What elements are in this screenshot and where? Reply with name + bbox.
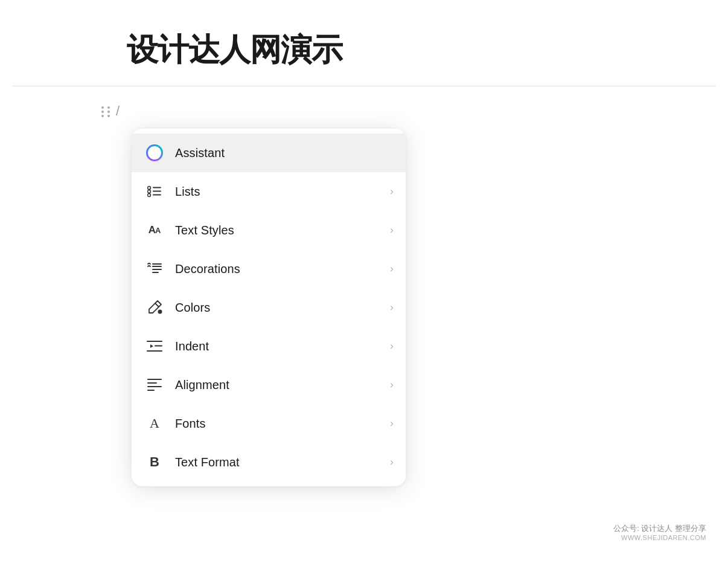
chevron-icon-alignment: › xyxy=(390,379,394,391)
menu-label-indent: Indent xyxy=(175,339,390,353)
menu-item-text-format[interactable]: B Text Format › xyxy=(132,443,406,481)
colors-icon xyxy=(144,300,165,315)
menu-label-alignment: Alignment xyxy=(175,378,390,392)
menu-label-text-format: Text Format xyxy=(175,455,390,469)
indent-icon xyxy=(144,340,165,352)
menu-item-indent[interactable]: Indent › xyxy=(132,327,406,365)
chevron-icon-indent: › xyxy=(390,340,394,352)
chevron-icon-lists: › xyxy=(390,185,394,198)
menu-label-lists: Lists xyxy=(175,185,390,199)
menu-label-text-styles: Text Styles xyxy=(175,224,390,237)
watermark: 公众号: 设计达人 整理分享 WWW.SHEJIDAREN.COM xyxy=(613,523,706,541)
chevron-icon-fonts: › xyxy=(390,417,394,429)
menu-item-assistant[interactable]: Assistant xyxy=(132,134,406,172)
decorations-icon xyxy=(144,262,165,275)
svg-rect-11 xyxy=(147,341,162,342)
menu-item-decorations[interactable]: Decorations › xyxy=(132,249,406,288)
svg-point-10 xyxy=(158,310,162,314)
svg-rect-3 xyxy=(153,191,161,192)
menu-item-colors[interactable]: Colors › xyxy=(132,288,406,327)
svg-rect-16 xyxy=(147,386,162,387)
svg-point-0 xyxy=(148,187,151,190)
text-styles-icon: AA xyxy=(144,224,165,236)
menu-container: Assistant Lists › AA Text Styles › xyxy=(132,129,406,486)
menu-label-assistant: Assistant xyxy=(175,146,394,160)
watermark-line1: 公众号: 设计达人 整理分享 xyxy=(613,523,706,534)
svg-rect-7 xyxy=(152,266,162,267)
menu-label-colors: Colors xyxy=(175,301,390,315)
svg-rect-5 xyxy=(153,195,161,196)
drag-handle-icon xyxy=(101,106,111,116)
svg-rect-1 xyxy=(153,187,161,188)
svg-rect-6 xyxy=(152,263,162,265)
menu-item-alignment[interactable]: Alignment › xyxy=(132,365,406,404)
menu-label-fonts: Fonts xyxy=(175,417,390,431)
svg-rect-15 xyxy=(147,382,157,384)
svg-point-2 xyxy=(148,190,151,193)
alignment-icon xyxy=(144,379,165,391)
watermark-line2: WWW.SHEJIDAREN.COM xyxy=(613,534,706,541)
svg-point-4 xyxy=(148,194,151,197)
lists-icon xyxy=(144,185,165,198)
svg-rect-8 xyxy=(152,269,162,270)
svg-rect-17 xyxy=(147,390,155,391)
menu-item-lists[interactable]: Lists › xyxy=(132,172,406,211)
assistant-icon xyxy=(144,144,165,161)
svg-rect-14 xyxy=(147,379,162,380)
page-title: 设计达人网演示 xyxy=(0,0,728,86)
breadcrumb-slash: / xyxy=(116,103,120,119)
fonts-icon: A xyxy=(144,416,165,431)
svg-rect-13 xyxy=(147,350,162,352)
chevron-icon-colors: › xyxy=(390,301,394,314)
breadcrumb: / xyxy=(0,86,728,129)
menu-item-text-styles[interactable]: AA Text Styles › xyxy=(132,211,406,249)
chevron-icon-text-format: › xyxy=(390,456,394,468)
text-format-icon: B xyxy=(144,454,165,470)
chevron-icon-text-styles: › xyxy=(390,224,394,236)
svg-rect-12 xyxy=(155,346,162,347)
svg-rect-9 xyxy=(152,272,159,273)
menu-item-fonts[interactable]: A Fonts › xyxy=(132,404,406,443)
menu-label-decorations: Decorations xyxy=(175,262,390,276)
chevron-icon-decorations: › xyxy=(390,263,394,275)
